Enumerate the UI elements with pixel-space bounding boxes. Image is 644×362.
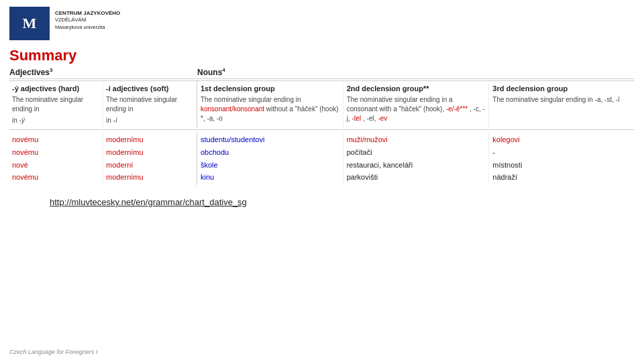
noun-col-1st: 1st declension group The nominative sing… xyxy=(197,81,343,128)
noun-3rd-word-2: - xyxy=(492,146,631,159)
noun-1st-desc3: *, -a, -o xyxy=(201,115,223,122)
adj-soft-header: -í adjectives (soft) xyxy=(106,84,194,93)
noun-2nd-desc-black3: , -el, xyxy=(363,115,376,122)
adjectives-header: Adjectives3 xyxy=(9,67,197,77)
noun-2nd-desc: The nominative singular ending in a cons… xyxy=(347,95,486,123)
adj-col-soft: -í adjectives (soft) The nominative sing… xyxy=(103,81,197,128)
adj-data: novému novému nové novému modernímu mode… xyxy=(9,132,197,185)
description-row: -ý adjectives (hard) The nominative sing… xyxy=(9,80,635,128)
adj-data-hard: novému novému nové novému xyxy=(9,132,103,185)
noun-1st-desc-red: konsonant/konsonant xyxy=(201,105,264,113)
adj-data-soft: modernímu modernímu moderní modernímu xyxy=(103,132,197,185)
noun-2nd-word-2: počítači xyxy=(347,146,486,159)
noun-col-2nd: 2nd declension group** The nominative si… xyxy=(343,81,490,128)
logo-line3: Masarykova univerzita xyxy=(55,24,120,32)
summary-title: Summary xyxy=(9,47,635,64)
grammar-link[interactable]: http://mluvtecesky.net/en/grammar/chart_… xyxy=(50,197,247,207)
link-area: http://mluvtecesky.net/en/grammar/chart_… xyxy=(50,197,635,207)
header: M CENTRUM JAZYKOVÉHO VZDĚLÁVÁNÍ Masaryko… xyxy=(9,7,635,40)
noun-1st-header: 1st declension group xyxy=(201,84,339,93)
adj-soft-word-4: modernímu xyxy=(106,171,194,184)
nouns-label: Nouns xyxy=(197,68,222,77)
adj-soft-ending-val: -í xyxy=(113,117,117,124)
page: M CENTRUM JAZYKOVÉHO VZDĚLÁVÁNÍ Masaryko… xyxy=(0,0,644,362)
adj-col-hard: -ý adjectives (hard) The nominative sing… xyxy=(9,81,103,128)
noun-3rd-word-4: nádraží xyxy=(492,171,631,184)
noun-1st-word-3: škole xyxy=(201,159,339,172)
noun-data: studentu/studentovi obchodu škole kinu m… xyxy=(197,132,635,185)
adj-hard-ending-val: -ý xyxy=(19,117,25,124)
adj-hard-word-2: novému xyxy=(12,146,100,159)
noun-data-3rd: kolegovi - místnosti nádraží xyxy=(489,132,635,185)
noun-2nd-word-3: restauraci, kanceláři xyxy=(347,159,486,172)
section-headers: Adjectives3 Nouns4 xyxy=(9,67,635,79)
adjectives-sup: 3 xyxy=(50,67,52,73)
adj-hard-desc: The nominative singular ending in xyxy=(12,95,100,114)
adjectives-label: Adjectives xyxy=(9,68,50,77)
noun-2nd-word-4: parkovišti xyxy=(347,171,486,184)
noun-3rd-word-3: místnosti xyxy=(492,159,631,172)
noun-2nd-word-1: muži/mužovi xyxy=(347,133,486,146)
logo-letter: M xyxy=(23,15,37,32)
noun-1st-desc-black: without a "háček" (hook) xyxy=(266,105,339,113)
noun-2nd-desc1: The nominative singular ending in a cons… xyxy=(347,96,453,113)
noun-1st-word-2: obchodu xyxy=(201,146,339,159)
adj-soft-word-1: modernímu xyxy=(106,133,194,146)
adj-hard-word-1: novému xyxy=(12,133,100,146)
noun-2nd-header: 2nd declension group** xyxy=(347,84,486,93)
logo-box: M xyxy=(9,7,50,40)
noun-3rd-word-1: kolegovi xyxy=(492,133,631,146)
adj-hard-header: -ý adjectives (hard) xyxy=(12,84,100,93)
adj-hard-desc-text: The nominative singular ending in xyxy=(12,96,83,113)
noun-1st-word-4: kinu xyxy=(201,171,339,184)
nouns-sup: 4 xyxy=(222,67,225,73)
adj-hard-ending: in -ý xyxy=(12,116,100,125)
logo-text: CENTRUM JAZYKOVÉHO VZDĚLÁVÁNÍ Masarykova… xyxy=(55,7,120,31)
noun-2nd-desc-red3: -ev xyxy=(378,115,387,122)
adj-hard-word-4: novému xyxy=(12,171,100,184)
noun-1st-desc: The nominative singular ending in konson… xyxy=(201,95,339,123)
nouns-section: 1st declension group The nominative sing… xyxy=(197,81,635,128)
noun-data-1st: studentu/studentovi obchodu škole kinu xyxy=(197,132,343,185)
logo-line1: CENTRUM JAZYKOVÉHO xyxy=(55,9,120,17)
noun-col-3rd: 3rd declension group The nominative sing… xyxy=(489,81,635,128)
data-rows: novému novému nové novému modernímu mode… xyxy=(9,129,635,185)
noun-1st-word-1: studentu/studentovi xyxy=(201,133,339,146)
nouns-header: Nouns4 xyxy=(197,67,635,77)
adj-section: -ý adjectives (hard) The nominative sing… xyxy=(9,81,197,128)
adj-soft-word-2: modernímu xyxy=(106,146,194,159)
logo-line2: VZDĚLÁVÁNÍ xyxy=(55,17,120,24)
adj-soft-word-3: moderní xyxy=(106,159,194,172)
noun-2nd-desc-red2: -tel xyxy=(352,115,361,122)
noun-2nd-desc-red1: -e/-ě*** xyxy=(446,105,468,113)
adj-soft-desc: The nominative singular ending in xyxy=(106,95,194,114)
noun-3rd-header: 3rd declension group xyxy=(492,84,631,93)
adj-soft-ending: in -í xyxy=(106,116,194,125)
footer: Czech Language for Foreigners I xyxy=(9,349,98,355)
noun-3rd-desc: The nominative singular ending in -a, -s… xyxy=(492,95,631,105)
noun-data-2nd: muži/mužovi počítači restauraci, kancelá… xyxy=(343,132,490,185)
noun-1st-desc1: The nominative singular ending in xyxy=(201,96,301,103)
adj-hard-word-3: nové xyxy=(12,159,100,172)
adj-soft-desc-text: The nominative singular ending in xyxy=(106,96,177,113)
